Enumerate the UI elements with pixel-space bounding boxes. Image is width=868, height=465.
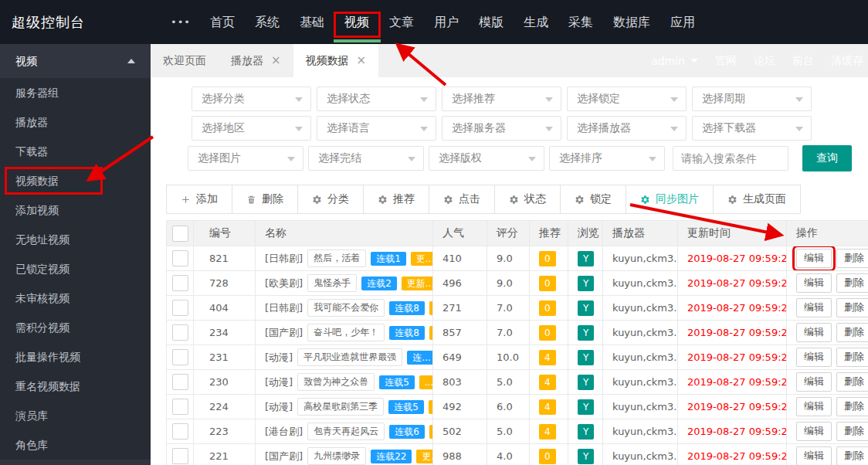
user-link-clear-cache[interactable]: 清缓存 [831, 54, 863, 68]
edit-button[interactable]: 编辑 [796, 422, 832, 441]
sidebar-item-no-address-video[interactable]: 无地址视频 [0, 225, 151, 254]
video-category: [港台剧] [265, 425, 303, 439]
filter-select-status[interactable]: 选择状态 [317, 87, 436, 111]
sidebar-item-role-library[interactable]: 角色库 [0, 430, 151, 460]
delete-button[interactable]: 删除 [232, 185, 298, 214]
filter-select-language[interactable]: 选择语言 [317, 116, 436, 141]
sidebar-item-server-group[interactable]: 服务器组 [0, 78, 151, 107]
edit-button[interactable]: 编辑 [796, 397, 832, 416]
sidebar-item-duplicate-video[interactable]: 重名视频数据 [0, 372, 151, 401]
generate-pages-button[interactable]: 生成页面 [713, 185, 801, 214]
sidebar-item-player[interactable]: 播放器 [0, 107, 151, 137]
delete-button[interactable]: 删除 [836, 372, 868, 392]
top-menu-user[interactable]: 用户 [424, 0, 469, 44]
row-checkbox[interactable] [172, 250, 188, 266]
delete-button[interactable]: 删除 [836, 273, 868, 293]
user-link-forum[interactable]: 论坛 [754, 54, 775, 68]
filter-select-image[interactable]: 选择图片 [188, 146, 303, 171]
more-menu-icon[interactable]: ••• [171, 0, 191, 44]
serial-badge: 连载22 [371, 450, 412, 463]
recommend-button[interactable]: 推荐 [363, 185, 429, 214]
top-menu-database[interactable]: 数据库 [603, 0, 660, 44]
row-checkbox[interactable] [172, 374, 188, 390]
filter-select-copyright[interactable]: 选择版权 [429, 146, 544, 171]
delete-button[interactable]: 删除 [836, 348, 868, 367]
video-name-cell: [国产剧]九州缥缈录连载22更... [256, 444, 433, 465]
sidebar-item-actor-library[interactable]: 演员库 [0, 401, 151, 430]
filter-select-cycle[interactable]: 选择周期 [692, 87, 812, 111]
tab-player[interactable]: 播放器× [219, 44, 293, 77]
edit-button[interactable]: 编辑 [796, 372, 832, 392]
column-header-player: 播放器 [603, 221, 678, 246]
close-icon[interactable]: × [271, 55, 281, 66]
edit-button[interactable]: 编辑 [796, 249, 832, 268]
video-category: [动漫] [265, 351, 293, 365]
top-menu-video[interactable]: 视频 [334, 0, 379, 44]
filter-select-downloader[interactable]: 选择下载器 [692, 116, 812, 141]
edit-button[interactable]: 编辑 [796, 273, 832, 293]
row-checkbox[interactable] [172, 399, 188, 415]
score-value: 9.0 [487, 246, 530, 271]
video-title: 奋斗吧，少年！ [307, 324, 385, 341]
filter-select-finished[interactable]: 选择完结 [308, 146, 424, 171]
delete-button[interactable]: 删除 [836, 422, 868, 441]
sidebar-item-unreviewed-video[interactable]: 未审核视频 [0, 283, 151, 313]
search-button[interactable]: 查询 [802, 145, 852, 171]
lock-button[interactable]: 锁定 [560, 185, 626, 214]
filter-select-category[interactable]: 选择分类 [192, 87, 311, 111]
gear-icon [509, 195, 519, 205]
tab-video-data[interactable]: 视频数据× [293, 44, 379, 77]
status-button[interactable]: 状态 [494, 185, 561, 214]
user-menu[interactable]: admin [651, 55, 698, 67]
top-menu-system[interactable]: 系统 [245, 0, 290, 44]
row-checkbox[interactable] [172, 349, 188, 365]
sidebar-item-add-video[interactable]: 添加视频 [0, 195, 151, 225]
tab-welcome[interactable]: 欢迎页面 [151, 44, 219, 77]
close-icon[interactable]: × [357, 55, 367, 66]
sync-images-button[interactable]: 同步图片 [626, 185, 714, 214]
top-menu-template[interactable]: 模版 [469, 0, 514, 44]
user-link-front-site[interactable]: 前台 [792, 54, 814, 68]
delete-button[interactable]: 删除 [836, 397, 868, 416]
filter-select-lock[interactable]: 选择锁定 [567, 87, 687, 111]
sidebar-item-batch-video[interactable]: 批量操作视频 [0, 342, 151, 372]
top-menu-generate[interactable]: 生成 [514, 0, 558, 44]
row-checkbox[interactable] [172, 300, 188, 316]
edit-button[interactable]: 编辑 [796, 446, 832, 465]
filter-select-server[interactable]: 选择服务器 [442, 116, 561, 141]
delete-button[interactable]: 删除 [836, 446, 868, 465]
sidebar-item-video-data[interactable]: 视频数据 [0, 166, 151, 195]
sidebar-item-points-video[interactable]: 需积分视频 [0, 313, 151, 342]
sidebar-item-locked-video[interactable]: 已锁定视频 [0, 254, 151, 283]
top-menu-home[interactable]: 首页 [200, 0, 245, 44]
top-menu-app[interactable]: 应用 [660, 0, 705, 44]
row-checkbox[interactable] [172, 324, 188, 341]
add-button[interactable]: 添加 [166, 185, 232, 214]
row-checkbox[interactable] [172, 423, 188, 440]
delete-button[interactable]: 删除 [836, 298, 868, 317]
search-input[interactable] [673, 146, 788, 171]
sidebar-item-downloader[interactable]: 下载器 [0, 137, 151, 166]
row-checkbox[interactable] [172, 275, 188, 291]
user-link-official-site[interactable]: 官网 [715, 54, 737, 68]
edit-button[interactable]: 编辑 [796, 323, 832, 342]
update-time-cell: 2019-08-27 09:59:27 [678, 271, 787, 296]
delete-button[interactable]: 删除 [836, 323, 868, 342]
filter-select-recommend[interactable]: 选择推荐 [442, 87, 561, 111]
filter-select-region[interactable]: 选择地区 [192, 116, 311, 141]
filter-select-player[interactable]: 选择播放器 [567, 116, 687, 141]
top-menu-collect[interactable]: 采集 [558, 0, 603, 44]
top-menu-basic[interactable]: 基础 [290, 0, 334, 44]
click-button[interactable]: 点击 [429, 185, 495, 214]
row-checkbox[interactable] [172, 448, 188, 464]
update-badge: 更... [411, 252, 432, 266]
top-menu-article[interactable]: 文章 [379, 0, 424, 44]
delete-button[interactable]: 删除 [836, 249, 868, 268]
plus-icon [181, 195, 191, 205]
filter-select-sort[interactable]: 选择排序 [549, 146, 665, 171]
edit-button[interactable]: 编辑 [796, 298, 832, 317]
sidebar-group-video[interactable]: 视频 [0, 44, 151, 78]
edit-button[interactable]: 编辑 [796, 348, 832, 367]
select-all-checkbox[interactable] [172, 226, 188, 242]
category-button[interactable]: 分类 [297, 185, 364, 214]
